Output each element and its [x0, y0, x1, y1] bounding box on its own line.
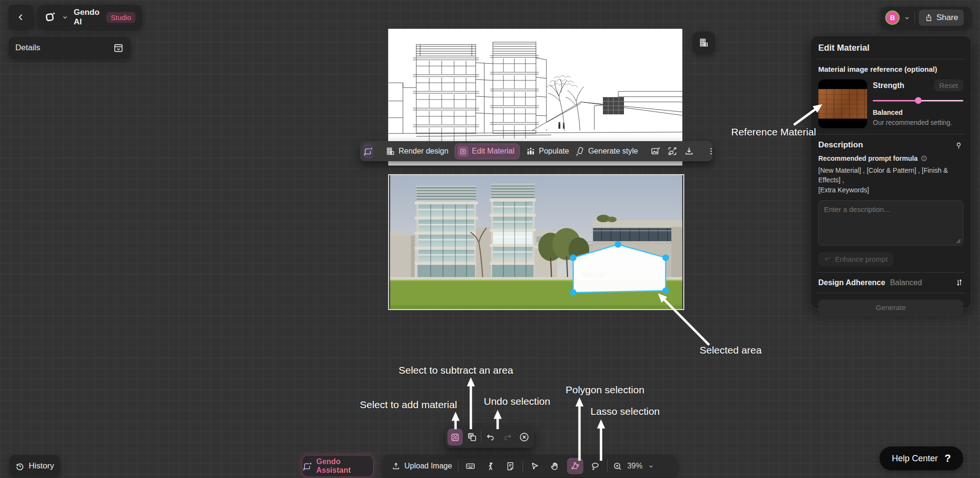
redo-button[interactable] — [500, 429, 515, 445]
share-button[interactable]: Share — [919, 10, 964, 26]
building-grid-icon — [699, 37, 709, 48]
download-button[interactable] — [684, 146, 694, 156]
style-pen-icon — [575, 146, 585, 156]
annotation-subtract-area: Select to subtract an area — [399, 365, 513, 376]
info-icon[interactable] — [921, 155, 927, 162]
chevron-left-icon — [16, 12, 26, 22]
polygon-selection-tool[interactable] — [567, 458, 583, 474]
description-input[interactable] — [818, 200, 963, 245]
chevron-down-icon[interactable] — [903, 14, 911, 22]
divider — [816, 272, 965, 273]
sliders-icon[interactable] — [955, 278, 963, 287]
divider — [816, 293, 965, 293]
account-bar: B Share — [880, 7, 971, 29]
studio-badge: Studio — [106, 12, 135, 23]
formula-line2: [Extra Keywords] — [818, 185, 963, 195]
annotation-undo-selection: Undo selection — [484, 396, 550, 407]
gendo-assistant-button[interactable]: Gendo Assistant — [302, 455, 374, 477]
shortcuts-button[interactable] — [462, 458, 479, 474]
cancel-selection-button[interactable] — [517, 429, 532, 445]
divider — [816, 134, 965, 134]
generate-button[interactable]: Generate — [818, 300, 963, 316]
gendo-logo-icon — [44, 11, 56, 23]
more-options-button[interactable] — [707, 147, 715, 156]
download-icon — [684, 146, 694, 156]
add-material-tool[interactable] — [447, 429, 463, 445]
strength-value: Balanced — [873, 109, 963, 116]
enhance-prompt-button[interactable]: Enhance prompt — [818, 252, 893, 267]
bottom-toolbar: Upload Image — [383, 455, 677, 477]
image-variations-button[interactable] — [650, 146, 661, 156]
history-button[interactable]: History — [10, 455, 60, 477]
material-thumbnail[interactable] — [818, 79, 867, 128]
divider — [523, 460, 523, 472]
panel-title: Edit Material — [818, 43, 963, 53]
archive-box-icon[interactable] — [113, 43, 124, 54]
project-switcher[interactable]: Gendo AI Studio — [37, 5, 142, 30]
subtract-area-icon — [467, 432, 477, 442]
generate-style-label: Generate style — [588, 147, 638, 156]
share-label: Share — [936, 13, 958, 22]
annotation-polygon-selection: Polygon selection — [566, 384, 645, 396]
populate-button[interactable]: Populate — [526, 146, 569, 156]
help-center-button[interactable]: Help Center ? — [880, 446, 963, 470]
selection-frame-button[interactable] — [363, 144, 373, 159]
details-panel[interactable]: Details — [9, 37, 131, 59]
annotation-add-material: Select to add material — [360, 399, 457, 411]
render-design-button[interactable]: Render design — [386, 146, 448, 156]
reset-button[interactable]: Reset — [934, 79, 963, 91]
resize-handle-icon[interactable] — [956, 239, 961, 244]
generate-style-button[interactable]: Generate style — [575, 146, 638, 156]
back-button[interactable] — [9, 5, 33, 30]
edit-material-button[interactable]: Edit Material — [455, 144, 520, 159]
edit-material-label: Edit Material — [472, 147, 514, 156]
details-label: Details — [15, 43, 40, 53]
formula-label: Recommended prompt formula — [818, 155, 918, 162]
divider — [607, 460, 608, 472]
onboarding-button[interactable] — [482, 458, 499, 474]
zoom-icon — [612, 461, 623, 471]
description-title: Description — [818, 140, 863, 150]
upload-image-label: Upload Image — [404, 462, 452, 470]
notes-button[interactable] — [502, 458, 519, 474]
lasso-selection-tool[interactable] — [587, 458, 603, 474]
layers-grid-button[interactable] — [693, 32, 715, 54]
chevron-down-icon — [647, 463, 655, 470]
upload-image-button[interactable]: Upload Image — [390, 462, 454, 471]
slider-knob[interactable] — [915, 97, 922, 104]
strength-slider[interactable] — [873, 97, 963, 104]
enhance-prompt-label: Enhance prompt — [835, 255, 888, 263]
assistant-frame-sparkle-icon — [302, 461, 312, 471]
frame-sparkle-icon — [363, 146, 373, 156]
ellipsis-vertical-icon — [707, 147, 715, 156]
share-icon — [924, 13, 933, 22]
history-icon — [15, 462, 24, 471]
annotation-lasso-selection: Lasso selection — [590, 406, 660, 417]
select-tool[interactable] — [527, 458, 543, 474]
zoom-value: 39% — [627, 462, 643, 470]
material-ref-label: Material image reference (optional) — [818, 65, 963, 73]
adherence-value: Balanced — [890, 278, 950, 287]
adherence-label: Design Adherence — [818, 278, 885, 287]
lightbulb-icon[interactable] — [954, 141, 963, 150]
people-icon — [526, 146, 535, 156]
notes-icon — [505, 461, 515, 471]
pan-tool[interactable] — [547, 458, 563, 474]
zoom-control[interactable]: 39% — [612, 461, 655, 471]
avatar[interactable]: B — [885, 11, 900, 25]
image-sparkle-icon — [650, 146, 661, 156]
undo-button[interactable] — [483, 429, 498, 445]
enhance-sparkle-icon — [824, 256, 832, 263]
cursor-icon — [530, 461, 540, 471]
design-adherence-row[interactable]: Design Adherence Balanced — [818, 278, 963, 287]
render-canvas-image[interactable] — [388, 174, 684, 310]
close-circle-icon — [519, 432, 530, 443]
upload-icon — [391, 462, 401, 471]
slider-fill — [873, 100, 918, 101]
subtract-area-tool[interactable] — [464, 429, 479, 445]
annotation-selected-area: Selected area — [700, 345, 762, 356]
edit-material-panel: Edit Material Material image reference (… — [810, 35, 971, 309]
upscale-button[interactable] — [667, 146, 678, 156]
question-mark-icon: ? — [945, 452, 951, 465]
selection-toolbar — [445, 426, 535, 448]
